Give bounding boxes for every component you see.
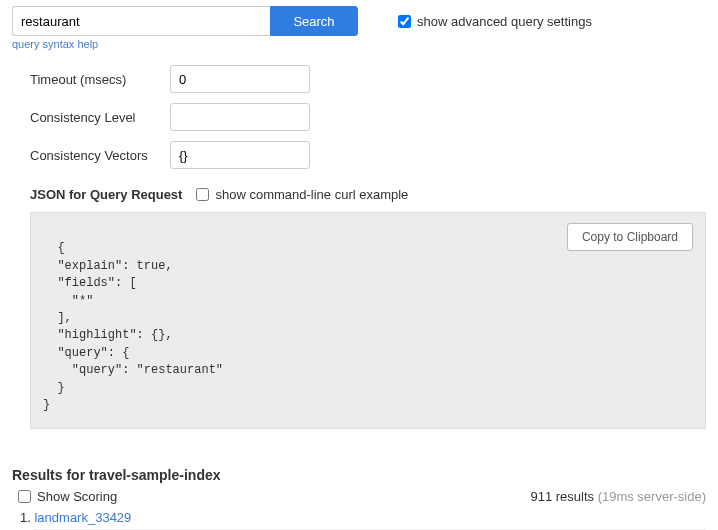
show-scoring-text: Show Scoring (37, 489, 117, 504)
show-curl-checkbox-label[interactable]: show command-line curl example (196, 187, 408, 202)
query-syntax-help-link[interactable]: query syntax help (12, 38, 98, 50)
search-button[interactable]: Search (270, 6, 358, 36)
results-count: 911 results (19ms server-side) (530, 489, 706, 504)
show-curl-text: show command-line curl example (215, 187, 408, 202)
show-scoring-checkbox-label[interactable]: Show Scoring (18, 489, 117, 504)
timeout-input[interactable] (170, 65, 310, 93)
search-query-input[interactable] (12, 6, 270, 36)
advanced-settings-panel: Timeout (msecs) Consistency Level Consis… (30, 65, 706, 169)
consistency-level-input[interactable] (170, 103, 310, 131)
show-advanced-settings-text: show advanced query settings (417, 14, 592, 29)
show-curl-checkbox[interactable] (196, 188, 209, 201)
copy-to-clipboard-button[interactable]: Copy to Clipboard (567, 223, 693, 251)
results-section: Results for travel-sample-index Show Sco… (12, 467, 706, 530)
show-advanced-settings-checkbox[interactable] (398, 15, 411, 28)
json-request-title: JSON for Query Request (30, 187, 182, 202)
timeout-label: Timeout (msecs) (30, 72, 170, 87)
result-item-number: 1. (20, 510, 31, 525)
show-scoring-checkbox[interactable] (18, 490, 31, 503)
result-item: 1. landmark_33429 (20, 510, 706, 525)
results-timing: (19ms server-side) (598, 489, 706, 504)
results-heading: Results for travel-sample-index (12, 467, 706, 483)
result-item-link[interactable]: landmark_33429 (34, 510, 131, 525)
show-advanced-settings-checkbox-label[interactable]: show advanced query settings (398, 14, 592, 29)
consistency-level-label: Consistency Level (30, 110, 170, 125)
json-request-body: Copy to Clipboard{ "explain": true, "fie… (30, 212, 706, 429)
consistency-vectors-input[interactable] (170, 141, 310, 169)
consistency-vectors-label: Consistency Vectors (30, 148, 170, 163)
results-count-value: 911 results (530, 489, 594, 504)
json-body-text: { "explain": true, "fields": [ "*" ], "h… (43, 241, 223, 412)
